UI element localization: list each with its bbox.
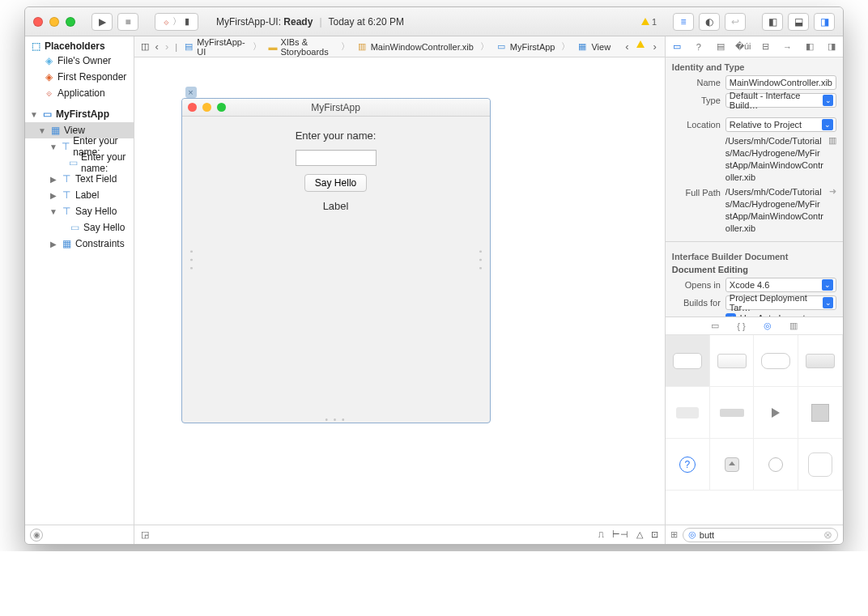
disclosure-triangle[interactable]: ▶ bbox=[49, 240, 57, 249]
file-inspector-tab[interactable]: ▭ bbox=[670, 40, 684, 54]
library-item-textured-button[interactable] bbox=[798, 335, 843, 387]
prev-issue-button[interactable]: ‹ bbox=[625, 40, 628, 53]
library-search-field[interactable]: ◎ butt ⊗ bbox=[683, 528, 838, 542]
resize-handle-bottom[interactable]: • • • bbox=[326, 415, 347, 424]
effects-inspector-tab[interactable]: ◨ bbox=[824, 40, 839, 54]
preview-content-view[interactable]: Enter your name: Say Hello Label bbox=[182, 117, 490, 212]
library-item-round-button[interactable] bbox=[754, 439, 798, 491]
bindings-inspector-tab[interactable]: ◧ bbox=[802, 40, 817, 54]
size-inspector-tab[interactable]: ⊟ bbox=[758, 40, 772, 54]
outline-constraints[interactable]: ▶ ▦ Constraints bbox=[25, 236, 134, 252]
identity-inspector-tab[interactable]: ▤ bbox=[713, 40, 728, 54]
type-select[interactable]: Default - Interface Build…⌄ bbox=[725, 93, 836, 108]
identity-section-header: Identity and Type bbox=[666, 57, 843, 74]
preview-text-field[interactable] bbox=[296, 150, 377, 166]
outline-files-owner[interactable]: ◈ File's Owner bbox=[25, 53, 134, 69]
library-item-disclosure-button[interactable] bbox=[710, 439, 755, 491]
forward-button[interactable]: › bbox=[165, 40, 168, 53]
file-template-library-tab[interactable]: ▭ bbox=[711, 321, 719, 331]
related-items-icon[interactable]: ◫ bbox=[141, 41, 149, 53]
constraints-icon: ▦ bbox=[61, 238, 72, 249]
disclosure-triangle[interactable]: ▼ bbox=[30, 110, 38, 119]
outline-application[interactable]: ⟐ Application bbox=[25, 85, 134, 101]
canvas-viewport[interactable]: × • • • • • • • • • • • • MyFirstApp Ent… bbox=[134, 57, 665, 525]
toggle-debug-area-button[interactable]: ⬓ bbox=[788, 13, 809, 31]
outline-button-cell[interactable]: ▼ ⊤ Say Hello bbox=[25, 203, 134, 219]
preview-output-label[interactable]: Label bbox=[323, 200, 349, 212]
outline-first-responder[interactable]: ◈ First Responder bbox=[25, 69, 134, 85]
chevron-down-icon: ⌄ bbox=[823, 297, 833, 308]
resize-handle-right[interactable]: • • • bbox=[476, 250, 485, 271]
zoom-window-button[interactable] bbox=[66, 17, 75, 27]
name-field[interactable]: MainWindowController.xib bbox=[725, 75, 836, 90]
standard-editor-button[interactable]: ≡ bbox=[673, 13, 694, 31]
version-editor-button[interactable]: ↩ bbox=[725, 13, 746, 31]
library-item-check-box[interactable] bbox=[666, 387, 710, 439]
fullpath-label: Full Path bbox=[672, 186, 721, 198]
library-item-rounded-rect-button[interactable] bbox=[754, 335, 798, 387]
warning-icon[interactable] bbox=[636, 40, 645, 48]
selection-badge[interactable]: × bbox=[185, 87, 197, 98]
toggle-utilities-button[interactable]: ◨ bbox=[814, 13, 835, 31]
jump-bar-file[interactable]: ▥MainWindowController.xib bbox=[356, 41, 474, 53]
quick-help-tab[interactable]: ? bbox=[691, 40, 706, 54]
scheme-name: MyFirstApp-UI: Ready bbox=[216, 16, 313, 28]
library-item-disclosure-triangle[interactable] bbox=[754, 387, 798, 439]
minimize-window-button[interactable] bbox=[49, 17, 59, 27]
disclosure-triangle[interactable]: ▼ bbox=[38, 126, 46, 135]
disclosure-triangle[interactable]: ▶ bbox=[49, 191, 57, 200]
device-icon: ▮ bbox=[185, 16, 189, 27]
object-library-tab[interactable]: ◎ bbox=[764, 321, 772, 331]
library-item-recessed-button[interactable] bbox=[710, 387, 755, 439]
outline-button[interactable]: ▭ Say Hello bbox=[25, 219, 134, 236]
jump-bar-group[interactable]: ▬XIBs & Storyboards bbox=[268, 37, 334, 57]
library-item-help-button[interactable]: ? bbox=[666, 439, 710, 491]
window-controls bbox=[33, 17, 75, 27]
resolve-issues-button[interactable]: △ bbox=[636, 529, 643, 540]
run-button[interactable]: ▶ bbox=[91, 13, 113, 31]
ib-window-frame[interactable]: × • • • • • • • • • • • • MyFirstApp Ent… bbox=[181, 98, 491, 423]
clear-icon[interactable]: ⊗ bbox=[823, 529, 832, 541]
resizing-button[interactable]: ⊡ bbox=[651, 529, 658, 540]
builds-for-select[interactable]: Project Deployment Tar…⌄ bbox=[725, 295, 836, 310]
next-issue-button[interactable]: › bbox=[653, 40, 656, 53]
scheme-selector[interactable]: ⟐ 〉 ▮ bbox=[155, 13, 198, 31]
reveal-icon[interactable]: ➜ bbox=[829, 186, 836, 197]
toggle-outline-button[interactable]: ◲ bbox=[141, 529, 149, 540]
stop-button[interactable]: ■ bbox=[117, 13, 138, 31]
grid-view-icon[interactable]: ⊞ bbox=[670, 529, 678, 540]
resize-handle-left[interactable]: • • • bbox=[186, 250, 195, 271]
filter-button[interactable]: ◉ bbox=[30, 529, 43, 542]
preview-say-hello-button[interactable]: Say Hello bbox=[304, 174, 367, 192]
outline-label[interactable]: ▶ ⊤ Label bbox=[25, 187, 134, 203]
jump-bar-view[interactable]: ▦View bbox=[577, 41, 611, 53]
opens-in-select[interactable]: Xcode 4.6⌄ bbox=[725, 278, 836, 292]
toolbar: ▶ ■ ⟐ 〉 ▮ MyFirstApp-UI: Ready | Today a… bbox=[25, 7, 843, 36]
assistant-editor-button[interactable]: ◐ bbox=[699, 13, 720, 31]
warning-icon bbox=[641, 18, 649, 25]
toggle-navigator-button[interactable]: ◧ bbox=[762, 13, 783, 31]
view-icon: ▦ bbox=[49, 125, 61, 136]
align-button[interactable]: ⎍ bbox=[598, 529, 604, 540]
disclosure-triangle[interactable]: ▼ bbox=[49, 142, 57, 151]
media-library-tab[interactable]: ▥ bbox=[789, 321, 798, 331]
close-window-button[interactable] bbox=[33, 17, 43, 27]
folder-icon[interactable]: ▥ bbox=[828, 135, 836, 146]
location-select[interactable]: Relative to Project⌄ bbox=[725, 117, 836, 132]
disclosure-triangle[interactable]: ▼ bbox=[49, 207, 57, 216]
disclosure-triangle[interactable]: ▶ bbox=[49, 175, 57, 184]
jump-bar-window[interactable]: ▭MyFirstApp bbox=[496, 41, 555, 53]
outline-window[interactable]: ▼ ▭ MyFirstApp bbox=[25, 106, 134, 122]
preview-prompt-label[interactable]: Enter your name: bbox=[296, 130, 377, 142]
code-snippet-library-tab[interactable]: { } bbox=[737, 321, 745, 331]
pin-button[interactable]: ⊢⊣ bbox=[612, 529, 628, 540]
library-item-push-button[interactable] bbox=[666, 335, 710, 387]
library-item-gradient-button[interactable] bbox=[710, 335, 755, 387]
jump-bar-project[interactable]: ▤MyFirstApp-UI bbox=[184, 37, 246, 57]
library-item-square-button[interactable] bbox=[798, 387, 843, 439]
issues-badge[interactable]: 1 bbox=[641, 17, 657, 27]
library-item-bevel-button[interactable] bbox=[798, 439, 843, 491]
attributes-inspector-tab[interactable]: �úi bbox=[736, 40, 751, 54]
connections-inspector-tab[interactable]: → bbox=[780, 40, 794, 54]
back-button[interactable]: ‹ bbox=[155, 40, 159, 53]
